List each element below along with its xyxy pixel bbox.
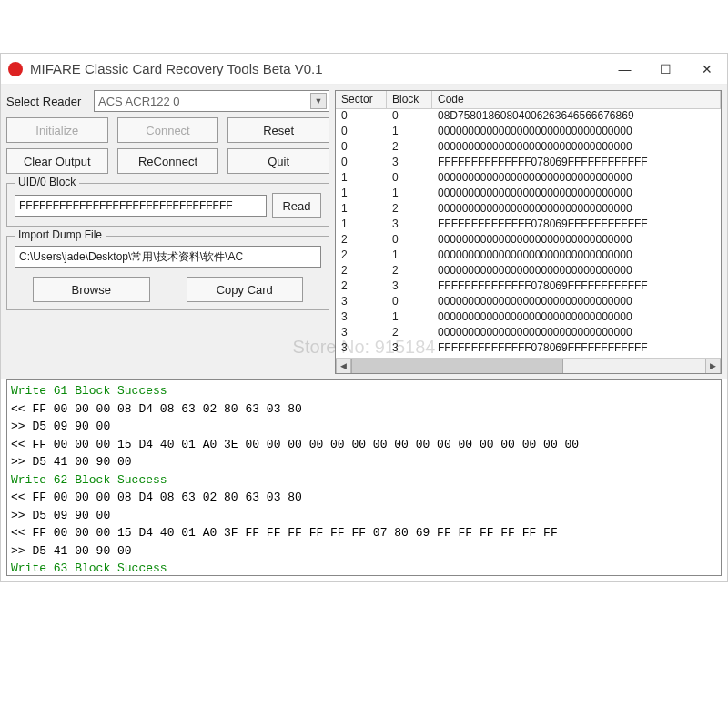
- uid-input[interactable]: FFFFFFFFFFFFFFFFFFFFFFFFFFFFFFFF: [15, 195, 267, 217]
- cell-block: 3: [387, 156, 432, 171]
- log-line: << FF 00 00 00 08 D4 08 63 02 80 63 03 8…: [11, 489, 717, 507]
- cell-sector: 2: [336, 233, 387, 248]
- table-row[interactable]: 1100000000000000000000000000000000: [336, 187, 721, 202]
- col-block[interactable]: Block: [387, 91, 432, 108]
- cell-sector: 3: [336, 341, 387, 357]
- cell-sector: 0: [336, 125, 387, 140]
- initialize-button[interactable]: Initialize: [6, 117, 108, 143]
- read-button[interactable]: Read: [272, 193, 321, 218]
- maximize-button[interactable]: ☐: [645, 54, 686, 85]
- cell-block: 0: [387, 233, 432, 248]
- dump-path-input[interactable]: C:\Users\jade\Desktop\常用\技术资料\软件\AC: [15, 246, 321, 268]
- table-row[interactable]: 1000000000000000000000000000000000: [336, 171, 721, 187]
- log-line: Write 61 Block Success: [11, 382, 717, 400]
- table-row[interactable]: 2200000000000000000000000000000000: [336, 264, 721, 279]
- log-line: >> D5 09 90 00: [11, 507, 717, 525]
- cell-code: FFFFFFFFFFFFFF078069FFFFFFFFFFFF: [432, 279, 721, 295]
- cell-block: 2: [387, 326, 432, 341]
- uid-block-legend: UID/0 Block: [15, 176, 79, 188]
- reset-button[interactable]: Reset: [228, 117, 329, 143]
- cell-block: 1: [387, 187, 432, 202]
- cell-sector: 2: [336, 264, 387, 279]
- data-table: Sector Block Code 0008D75801860804006263…: [335, 90, 722, 374]
- import-dump-group: Import Dump File C:\Users\jade\Desktop\常…: [6, 236, 329, 310]
- connect-button[interactable]: Connect: [117, 117, 219, 143]
- log-line: Write 63 Block Success: [11, 560, 717, 576]
- log-line: >> D5 41 00 90 00: [11, 453, 717, 471]
- scroll-left-icon[interactable]: ◀: [336, 359, 351, 374]
- cell-block: 3: [387, 341, 432, 357]
- cell-block: 0: [387, 109, 432, 125]
- table-row[interactable]: 0008D75801860804006263646566676869: [336, 109, 721, 125]
- cell-code: 00000000000000000000000000000000: [432, 326, 721, 341]
- cell-block: 0: [387, 171, 432, 187]
- table-body[interactable]: 0008D75801860804006263646566676869010000…: [336, 109, 721, 358]
- cell-code: FFFFFFFFFFFFFF078069FFFFFFFFFFFF: [432, 341, 721, 357]
- cell-block: 1: [387, 125, 432, 140]
- chevron-down-icon: ▼: [310, 93, 327, 109]
- scroll-right-icon[interactable]: ▶: [705, 359, 721, 374]
- horizontal-scrollbar[interactable]: ◀ ▶: [336, 358, 721, 373]
- uid-block-group: UID/0 Block FFFFFFFFFFFFFFFFFFFFFFFFFFFF…: [6, 183, 329, 227]
- window-title: MIFARE Classic Card Recovery Tools Beta …: [30, 61, 604, 76]
- log-line: >> D5 41 00 90 00: [11, 542, 717, 561]
- left-panel: Select Reader ACS ACR122 0 ▼ Initialize …: [6, 90, 329, 374]
- cell-code: 00000000000000000000000000000000: [432, 248, 721, 264]
- log-line: Write 62 Block Success: [11, 471, 717, 490]
- cell-sector: 0: [336, 140, 387, 156]
- cell-block: 1: [387, 248, 432, 264]
- cell-block: 3: [387, 217, 432, 233]
- reconnect-button[interactable]: ReConnect: [117, 148, 219, 174]
- main-content: Select Reader ACS ACR122 0 ▼ Initialize …: [1, 85, 727, 379]
- cell-code: 00000000000000000000000000000000: [432, 187, 721, 202]
- cell-sector: 0: [336, 156, 387, 171]
- table-row[interactable]: 33FFFFFFFFFFFFFF078069FFFFFFFFFFFF: [336, 341, 721, 357]
- cell-sector: 3: [336, 295, 387, 310]
- col-code[interactable]: Code: [432, 91, 721, 108]
- quit-button[interactable]: Quit: [228, 148, 329, 174]
- cell-code: 08D75801860804006263646566676869: [432, 109, 721, 125]
- log-line: << FF 00 00 00 15 D4 40 01 A0 3E 00 00 0…: [11, 436, 717, 454]
- app-window: MIFARE Classic Card Recovery Tools Beta …: [0, 53, 728, 582]
- cell-block: 2: [387, 264, 432, 279]
- log-line: >> D5 09 90 00: [11, 418, 717, 436]
- table-row[interactable]: 2100000000000000000000000000000000: [336, 248, 721, 264]
- col-sector[interactable]: Sector: [336, 91, 387, 108]
- table-row[interactable]: 3100000000000000000000000000000000: [336, 310, 721, 326]
- cell-code: 00000000000000000000000000000000: [432, 125, 721, 140]
- scroll-thumb[interactable]: [351, 359, 563, 374]
- table-row[interactable]: 0100000000000000000000000000000000: [336, 125, 721, 140]
- output-log[interactable]: Write 61 Block Success<< FF 00 00 00 08 …: [6, 379, 722, 576]
- table-row[interactable]: 0200000000000000000000000000000000: [336, 140, 721, 156]
- table-row[interactable]: 2000000000000000000000000000000000: [336, 233, 721, 248]
- close-button[interactable]: ✕: [686, 54, 727, 85]
- cell-block: 2: [387, 140, 432, 156]
- log-line: << FF 00 00 00 08 D4 08 63 02 80 63 03 8…: [11, 400, 717, 419]
- browse-button[interactable]: Browse: [33, 277, 150, 302]
- table-row[interactable]: 13FFFFFFFFFFFFFF078069FFFFFFFFFFFF: [336, 217, 721, 233]
- table-row[interactable]: 03FFFFFFFFFFFFFF078069FFFFFFFFFFFF: [336, 156, 721, 171]
- copy-card-button[interactable]: Copy Card: [187, 277, 304, 302]
- minimize-button[interactable]: —: [604, 54, 645, 85]
- cell-block: 3: [387, 279, 432, 295]
- cell-sector: 1: [336, 187, 387, 202]
- table-row[interactable]: 3200000000000000000000000000000000: [336, 326, 721, 341]
- cell-code: FFFFFFFFFFFFFF078069FFFFFFFFFFFF: [432, 156, 721, 171]
- titlebar: MIFARE Classic Card Recovery Tools Beta …: [1, 54, 727, 85]
- cell-block: 1: [387, 310, 432, 326]
- table-row[interactable]: 3000000000000000000000000000000000: [336, 295, 721, 310]
- table-row[interactable]: 1200000000000000000000000000000000: [336, 202, 721, 217]
- cell-code: 00000000000000000000000000000000: [432, 295, 721, 310]
- cell-sector: 1: [336, 171, 387, 187]
- cell-sector: 2: [336, 279, 387, 295]
- reader-dropdown[interactable]: ACS ACR122 0 ▼: [94, 90, 329, 112]
- import-dump-legend: Import Dump File: [15, 228, 106, 241]
- table-row[interactable]: 23FFFFFFFFFFFFFF078069FFFFFFFFFFFF: [336, 279, 721, 295]
- cell-code: 00000000000000000000000000000000: [432, 264, 721, 279]
- cell-code: 00000000000000000000000000000000: [432, 140, 721, 156]
- select-reader-label: Select Reader: [6, 95, 88, 108]
- clear-output-button[interactable]: Clear Output: [6, 148, 108, 174]
- cell-sector: 0: [336, 109, 387, 125]
- cell-sector: 3: [336, 310, 387, 326]
- scroll-track[interactable]: [351, 359, 705, 374]
